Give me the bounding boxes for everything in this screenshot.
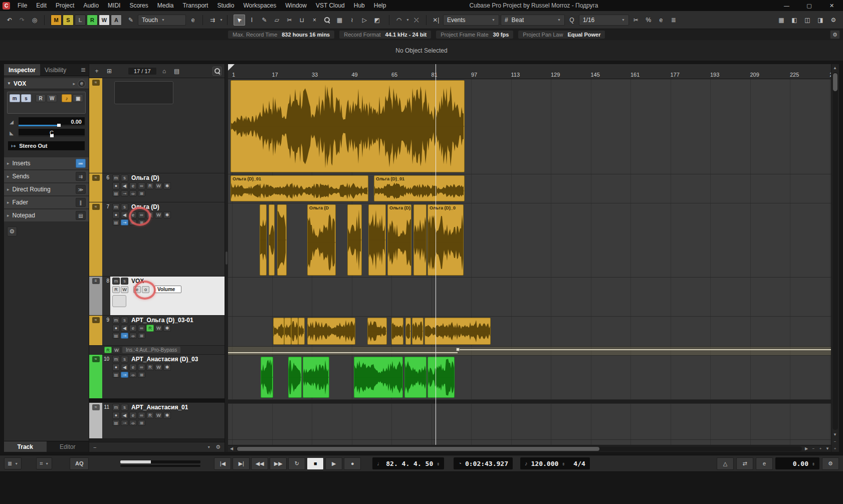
- track-mute-button[interactable]: m: [112, 317, 120, 324]
- mute-button[interactable]: m: [10, 94, 20, 102]
- automation-follows-icon[interactable]: ⊸: [121, 219, 128, 225]
- automation-curve[interactable]: [458, 349, 831, 350]
- scroll-left-icon[interactable]: ◀: [228, 445, 235, 452]
- horizontal-scroll-track[interactable]: [236, 446, 802, 451]
- lock-icon[interactable]: ▣: [73, 94, 83, 102]
- track-color-strip[interactable]: ≈: [89, 202, 102, 276]
- mixer-icon[interactable]: ▦: [776, 15, 787, 26]
- lower-zone-icon[interactable]: ◫: [802, 15, 813, 26]
- edit-channel-button[interactable]: e: [129, 364, 137, 371]
- crossfade-button[interactable]: ⤬: [411, 15, 422, 26]
- menu-item-window[interactable]: Window: [281, 0, 311, 11]
- scroll-down-icon[interactable]: ▼: [831, 431, 838, 438]
- global-automation-m-button[interactable]: M: [51, 15, 62, 26]
- read-automation-button[interactable]: R: [146, 325, 154, 332]
- io-icon[interactable]: ◃▹: [129, 333, 137, 339]
- track-mute-button[interactable]: m: [112, 203, 120, 210]
- freeze-button[interactable]: ✱: [163, 182, 171, 189]
- tool-time-warp[interactable]: ≀: [346, 15, 358, 26]
- insert-bypass-button[interactable]: ∞: [138, 325, 145, 332]
- io-icon[interactable]: ◃▹: [129, 372, 137, 378]
- monitor-button[interactable]: ◀: [121, 325, 128, 332]
- automation-curve[interactable]: [228, 352, 458, 353]
- read-automation-button[interactable]: R: [146, 182, 154, 189]
- input-levels-button[interactable]: ⌗▼: [36, 457, 52, 469]
- chevron-down-icon[interactable]: ▼: [207, 445, 210, 449]
- tool-color[interactable]: ◩: [371, 15, 383, 26]
- snap-button[interactable]: ✕|: [431, 15, 442, 26]
- edit-channel-button[interactable]: e: [129, 325, 137, 332]
- volume-slider[interactable]: [19, 125, 85, 126]
- inspector-menu-icon[interactable]: ≡: [78, 64, 89, 76]
- spinner-icon[interactable]: ⇕: [562, 461, 565, 466]
- inspector-settings-gear-icon[interactable]: ⚙: [7, 226, 17, 236]
- sizing-mode-button[interactable]: ◠: [393, 15, 404, 26]
- tab-visibility[interactable]: Visibility: [40, 64, 71, 76]
- audio-event[interactable]: [307, 318, 355, 345]
- freeze-button[interactable]: ✱: [163, 364, 171, 371]
- audio-event[interactable]: [273, 318, 284, 345]
- io-icon[interactable]: ◃▹: [129, 219, 137, 225]
- timeline-ruler[interactable]: 1173349658197113129145161177193209225241: [228, 64, 831, 79]
- sync-button[interactable]: ⇄: [736, 457, 753, 470]
- audio-event[interactable]: Ольга (D)_0: [428, 204, 464, 276]
- record-enable-button[interactable]: ●: [112, 325, 120, 332]
- audio-event[interactable]: [354, 357, 403, 398]
- track-solo-button[interactable]: s: [121, 317, 128, 324]
- vertical-zoom-in-button[interactable]: +: [831, 445, 838, 452]
- lanes-icon[interactable]: ▤: [112, 219, 120, 225]
- tab-editor[interactable]: Editor: [47, 441, 89, 452]
- automation-param-button[interactable]: o: [142, 286, 149, 293]
- notepad-icon[interactable]: ▤: [76, 211, 86, 220]
- find-track-button[interactable]: [213, 67, 222, 76]
- audio-event[interactable]: [428, 357, 455, 398]
- automation-follows-icon[interactable]: ⊸: [121, 190, 128, 196]
- track-color-strip[interactable]: ≈: [89, 403, 102, 438]
- quantize-percent-button[interactable]: %: [643, 15, 654, 26]
- freeze-button[interactable]: ✱: [163, 325, 171, 332]
- audio-event[interactable]: [413, 204, 427, 276]
- track-mute-button[interactable]: m: [112, 404, 120, 411]
- monitor-button[interactable]: ◀: [121, 412, 128, 419]
- expand-icon[interactable]: ▸: [73, 81, 75, 86]
- inserts-icon[interactable]: ≔: [76, 159, 86, 168]
- automation-point[interactable]: [456, 348, 460, 351]
- lanes-icon[interactable]: ▤: [112, 420, 120, 426]
- automation-read-button[interactable]: R: [104, 347, 112, 353]
- menu-item-midi[interactable]: MIDI: [103, 0, 125, 11]
- menu-item-hub[interactable]: Hub: [349, 0, 369, 11]
- edit-channel-button[interactable]: e: [187, 15, 198, 26]
- transport-edit-button[interactable]: e: [756, 457, 773, 470]
- monitor-button[interactable]: ◀: [121, 364, 128, 371]
- write-automation-button[interactable]: W: [155, 364, 162, 371]
- automation-follows-icon[interactable]: ⊸: [121, 420, 128, 426]
- volume-display[interactable]: 0.00: [19, 117, 85, 126]
- automation-follows-icon[interactable]: ⊸: [121, 333, 128, 339]
- menu-item-studio[interactable]: Studio: [213, 0, 239, 11]
- vertical-scroll-track[interactable]: [832, 72, 838, 430]
- record-enable-button[interactable]: ●: [112, 412, 120, 419]
- edit-channel-button[interactable]: e: [129, 211, 137, 218]
- audio-event[interactable]: [412, 318, 424, 345]
- read-automation-button[interactable]: R: [146, 211, 154, 218]
- output-level-display[interactable]: 0.00 ⇕: [775, 457, 819, 469]
- write-automation-button[interactable]: W: [47, 94, 57, 102]
- more-options-icon[interactable]: ⊞: [138, 333, 145, 339]
- freeze-button[interactable]: ✱: [163, 211, 171, 218]
- inspector-section-inserts[interactable]: ▸Inserts≔: [4, 157, 89, 169]
- vertical-scroll-thumb[interactable]: [833, 73, 837, 91]
- track-list-row-8[interactable]: ≡8msVOXRWeoVolume: [89, 277, 225, 316]
- minimize-button[interactable]: —: [775, 0, 798, 11]
- track-solo-button[interactable]: s: [121, 356, 128, 363]
- direct-routing-icon[interactable]: ≫: [76, 185, 86, 194]
- audio-event[interactable]: [303, 357, 329, 398]
- track-list-row-7[interactable]: ≈7msОльга (D)●◀e∞RW✱▤⊸◃▹⊞: [89, 202, 225, 277]
- spinner-icon[interactable]: ⇕: [812, 461, 815, 466]
- automation-parameter-label[interactable]: Ins.:4:Aut...Pro-Bypass: [122, 347, 180, 353]
- transport-settings-gear-icon[interactable]: ⚙: [822, 457, 839, 470]
- track-color-strip[interactable]: ≈: [89, 78, 102, 173]
- add-track-button[interactable]: +: [92, 67, 101, 76]
- edit-channel-icon[interactable]: e: [78, 80, 86, 88]
- menu-item-project[interactable]: Project: [51, 0, 79, 11]
- tool-glue[interactable]: ⊔: [296, 15, 308, 26]
